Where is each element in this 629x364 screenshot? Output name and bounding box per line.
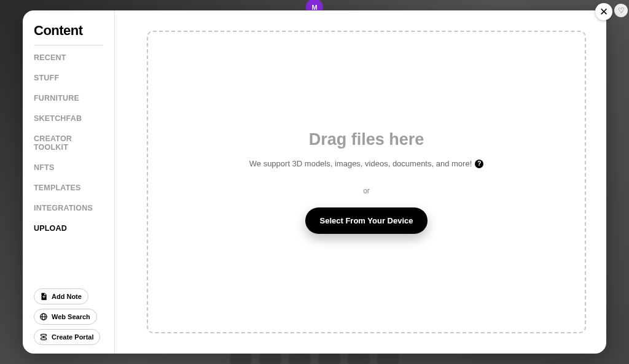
- portal-icon: [39, 333, 48, 341]
- sidebar-item-creator-toolkit[interactable]: CREATOR TOOLKIT: [34, 134, 103, 152]
- select-from-device-button[interactable]: Select From Your Device: [305, 207, 428, 234]
- web-search-label: Web Search: [52, 313, 90, 320]
- favorite-button[interactable]: ♡: [614, 4, 628, 17]
- create-portal-button[interactable]: Create Portal: [34, 329, 100, 345]
- sidebar-item-sketchfab[interactable]: SKETCHFAB: [34, 114, 103, 123]
- content-modal: Content RECENT STUFF FURNITURE SKETCHFAB…: [23, 10, 606, 354]
- globe-icon: [39, 312, 48, 321]
- dropzone-subtext-label: We support 3D models, images, videos, do…: [249, 159, 472, 168]
- add-note-button[interactable]: Add Note: [34, 288, 88, 304]
- web-search-button[interactable]: Web Search: [34, 309, 97, 325]
- dropzone-subtext: We support 3D models, images, videos, do…: [249, 159, 484, 168]
- sidebar: Content RECENT STUFF FURNITURE SKETCHFAB…: [23, 10, 115, 354]
- upload-dropzone[interactable]: Drag files here We support 3D models, im…: [147, 31, 586, 333]
- create-portal-label: Create Portal: [52, 333, 93, 341]
- sidebar-bottom-actions: Add Note Web Search Create Portal: [34, 288, 103, 345]
- add-note-label: Add Note: [52, 293, 82, 300]
- divider: [34, 45, 103, 45]
- sidebar-item-templates[interactable]: TEMPLATES: [34, 184, 103, 192]
- main-panel: Drag files here We support 3D models, im…: [115, 10, 606, 354]
- sidebar-item-integrations[interactable]: INTEGRATIONS: [34, 204, 103, 212]
- svg-rect-1: [44, 295, 44, 298]
- note-icon: [39, 292, 48, 301]
- sidebar-item-recent[interactable]: RECENT: [34, 53, 103, 62]
- close-icon: ✕: [600, 6, 608, 18]
- sidebar-item-nfts[interactable]: NFTS: [34, 163, 103, 172]
- sidebar-item-furniture[interactable]: FURNITURE: [34, 94, 103, 103]
- sidebar-item-upload[interactable]: UPLOAD: [34, 224, 103, 233]
- sidebar-item-stuff[interactable]: STUFF: [34, 74, 103, 82]
- close-button[interactable]: ✕: [595, 3, 612, 20]
- sidebar-nav: RECENT STUFF FURNITURE SKETCHFAB CREATOR…: [34, 53, 103, 233]
- dropzone-heading: Drag files here: [309, 130, 424, 149]
- sidebar-title: Content: [34, 23, 103, 39]
- dropzone-or: or: [363, 187, 370, 195]
- info-icon[interactable]: ?: [475, 160, 483, 168]
- heart-icon: ♡: [618, 6, 625, 15]
- svg-point-6: [41, 338, 46, 340]
- svg-point-5: [41, 334, 46, 336]
